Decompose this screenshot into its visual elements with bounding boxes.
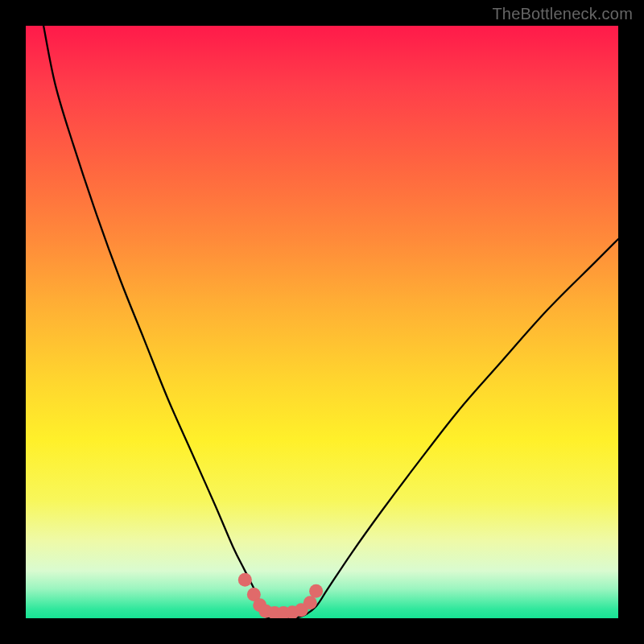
marker-dot	[309, 584, 323, 598]
attribution-text: TheBottleneck.com	[492, 5, 633, 23]
marker-dot	[238, 573, 252, 587]
marker-dot	[303, 596, 317, 609]
bottleneck-curve-svg	[26, 26, 618, 618]
plot-area	[26, 26, 618, 618]
bottleneck-curve	[43, 26, 618, 618]
chart-frame: TheBottleneck.com	[0, 0, 644, 644]
